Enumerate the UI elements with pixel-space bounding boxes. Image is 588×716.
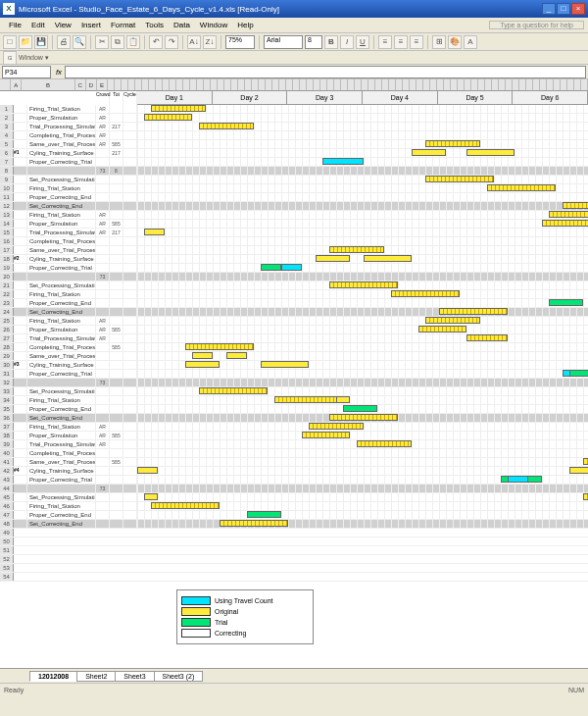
gantt-area[interactable] bbox=[137, 387, 588, 395]
task-row[interactable]: 4473 bbox=[0, 485, 588, 493]
align-right-icon[interactable]: ≡ bbox=[410, 35, 423, 49]
crowd-cell[interactable] bbox=[96, 493, 110, 501]
gantt-area[interactable] bbox=[137, 246, 588, 254]
cycle-cell[interactable] bbox=[123, 158, 137, 166]
task-row[interactable]: 39Trial_Processing_SimulationAR bbox=[0, 440, 588, 449]
tot-cell[interactable] bbox=[110, 211, 123, 219]
gantt-area[interactable] bbox=[137, 176, 588, 183]
gantt-bar[interactable] bbox=[199, 387, 268, 394]
row-header[interactable]: 27 bbox=[0, 334, 14, 342]
gantt-area[interactable] bbox=[137, 520, 588, 528]
align-center-icon[interactable]: ≡ bbox=[394, 35, 408, 49]
task-row[interactable]: 35Proper_Correcting_End bbox=[0, 405, 588, 414]
row-header[interactable]: 43 bbox=[0, 476, 14, 484]
gantt-bar[interactable] bbox=[151, 502, 220, 509]
row-header[interactable]: 36 bbox=[0, 414, 14, 422]
tot-cell[interactable] bbox=[110, 423, 123, 431]
task-row[interactable]: 25Firing_Trial_StationAR bbox=[0, 317, 588, 326]
cycle-cell[interactable] bbox=[123, 184, 137, 192]
bold-icon[interactable]: B bbox=[324, 35, 338, 49]
crowd-cell[interactable] bbox=[96, 458, 110, 466]
gantt-area[interactable] bbox=[137, 485, 588, 492]
tot-cell[interactable] bbox=[110, 281, 123, 289]
preview-icon[interactable]: 🔍 bbox=[73, 35, 86, 49]
gantt-bar[interactable] bbox=[302, 432, 350, 438]
tot-cell[interactable] bbox=[110, 176, 123, 183]
cycle-cell[interactable] bbox=[123, 370, 137, 378]
row-header[interactable]: 33 bbox=[0, 387, 14, 395]
tot-cell[interactable] bbox=[110, 379, 123, 386]
cycle-cell[interactable] bbox=[123, 167, 137, 175]
cycle-cell[interactable] bbox=[123, 326, 137, 333]
tot-cell[interactable] bbox=[110, 396, 123, 404]
task-row[interactable]: 30#3Cyling_Training_Surface bbox=[0, 361, 588, 370]
cycle-cell[interactable] bbox=[123, 467, 137, 475]
cycle-cell[interactable] bbox=[123, 123, 137, 130]
crowd-cell[interactable]: 73 bbox=[96, 167, 110, 175]
gantt-bar[interactable] bbox=[185, 343, 254, 350]
task-row[interactable]: 26Proper_SimulationAR585 bbox=[0, 326, 588, 334]
gantt-area[interactable] bbox=[137, 229, 588, 236]
row-header[interactable]: 18 bbox=[0, 255, 14, 263]
gantt-area[interactable] bbox=[137, 131, 588, 139]
gantt-area[interactable] bbox=[137, 326, 588, 333]
crowd-cell[interactable] bbox=[96, 158, 110, 166]
cycle-cell[interactable] bbox=[123, 458, 137, 466]
task-row[interactable]: 27Trial_Processing_SimulationAR bbox=[0, 334, 588, 343]
gantt-bar[interactable] bbox=[322, 158, 364, 165]
tot-cell[interactable] bbox=[110, 255, 123, 263]
row-header[interactable]: 3 bbox=[0, 123, 14, 130]
cycle-cell[interactable] bbox=[123, 149, 137, 157]
worksheet[interactable]: A B C D E Crowd Tot Cycle Day 1Day 2Day … bbox=[0, 79, 588, 668]
redo-icon[interactable]: ↷ bbox=[165, 35, 178, 49]
gantt-area[interactable] bbox=[137, 352, 588, 360]
row-header[interactable]: 38 bbox=[0, 432, 14, 439]
task-row[interactable]: 31Proper_Correcting_Trial bbox=[0, 370, 588, 379]
crowd-cell[interactable] bbox=[96, 193, 110, 201]
cycle-cell[interactable] bbox=[123, 449, 137, 457]
task-row[interactable]: 42#4Cyling_Training_Surface bbox=[0, 467, 588, 476]
tot-cell[interactable] bbox=[110, 493, 123, 501]
tot-cell[interactable] bbox=[110, 246, 123, 254]
row-header[interactable]: 22 bbox=[0, 290, 14, 298]
task-row[interactable]: 38Proper_SimulationAR585 bbox=[0, 432, 588, 440]
gantt-area[interactable] bbox=[137, 361, 588, 369]
gantt-bar[interactable] bbox=[309, 423, 364, 430]
gantt-area[interactable] bbox=[137, 202, 588, 210]
crowd-cell[interactable] bbox=[96, 264, 110, 272]
gantt-bar[interactable] bbox=[137, 467, 158, 474]
crowd-cell[interactable]: AR bbox=[96, 105, 110, 113]
row-header[interactable]: 41 bbox=[0, 458, 14, 466]
row-header[interactable]: 1 bbox=[0, 105, 14, 113]
crowd-cell[interactable] bbox=[96, 299, 110, 307]
gantt-area[interactable] bbox=[137, 220, 588, 228]
cycle-cell[interactable] bbox=[123, 211, 137, 219]
gantt-bar[interactable] bbox=[583, 458, 588, 465]
gantt-bar[interactable] bbox=[418, 326, 466, 332]
gantt-bar[interactable] bbox=[425, 317, 480, 324]
row-header[interactable]: 10 bbox=[0, 184, 14, 192]
row-header[interactable]: 20 bbox=[0, 273, 14, 281]
cycle-cell[interactable] bbox=[123, 229, 137, 236]
row-header[interactable]: 15 bbox=[0, 229, 14, 236]
cycle-cell[interactable] bbox=[123, 237, 137, 245]
gantt-area[interactable] bbox=[137, 414, 588, 422]
row-header[interactable]: 7 bbox=[0, 158, 14, 166]
crowd-cell[interactable] bbox=[96, 520, 110, 528]
row-header[interactable]: 2 bbox=[0, 114, 14, 122]
tot-cell[interactable] bbox=[110, 440, 123, 448]
crowd-cell[interactable] bbox=[96, 290, 110, 298]
cycle-cell[interactable] bbox=[123, 485, 137, 492]
cycle-cell[interactable] bbox=[123, 105, 137, 113]
task-row[interactable]: 22Firing_Trial_Station bbox=[0, 290, 588, 299]
gantt-area[interactable] bbox=[137, 476, 588, 484]
cycle-cell[interactable] bbox=[123, 176, 137, 183]
tot-cell[interactable] bbox=[110, 105, 123, 113]
tot-cell[interactable]: 585 bbox=[110, 140, 123, 148]
tot-cell[interactable] bbox=[110, 114, 123, 122]
underline-icon[interactable]: U bbox=[356, 35, 369, 49]
row-header[interactable]: 9 bbox=[0, 176, 14, 183]
tot-cell[interactable]: 585 bbox=[110, 326, 123, 333]
cycle-cell[interactable] bbox=[123, 405, 137, 413]
name-box[interactable]: P34 bbox=[2, 66, 51, 78]
